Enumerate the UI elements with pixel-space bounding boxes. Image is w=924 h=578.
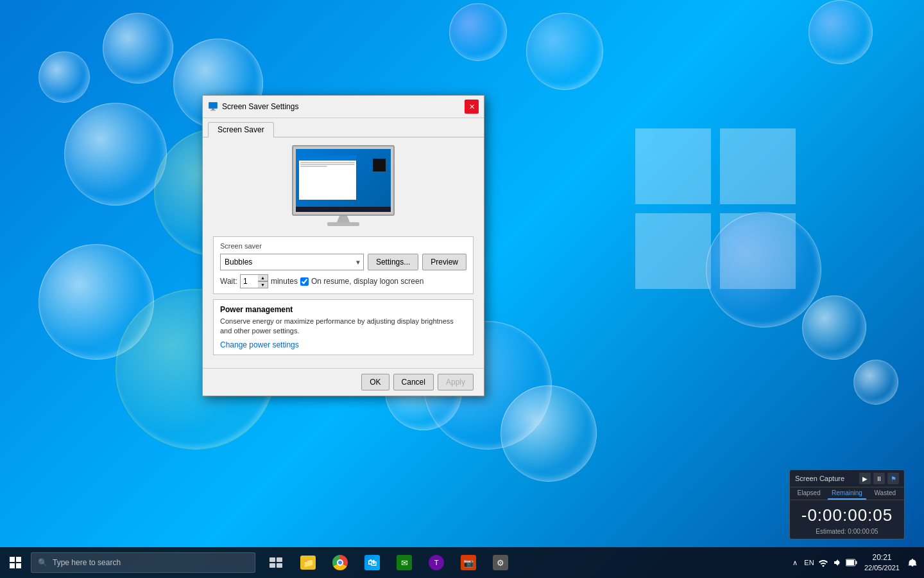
svg-rect-5	[16, 557, 21, 562]
bubble-decoration	[802, 295, 866, 360]
tray-clock[interactable]: 20:21 22/05/2021	[860, 551, 903, 574]
tray-volume-icon[interactable]	[831, 556, 844, 569]
resume-label-text: On resume, display logon screen	[311, 277, 424, 286]
monitor-mini-taskbar	[296, 207, 391, 212]
capture-tab-elapsed[interactable]: Elapsed	[790, 487, 828, 500]
notification-button[interactable]	[906, 556, 919, 569]
preview-button[interactable]: Preview	[422, 254, 466, 270]
clock-time: 20:21	[864, 552, 900, 563]
taskbar-chrome-button[interactable]	[325, 547, 355, 578]
screensaver-row: Bubbles (None) 3D Text Blank Mystify Pho…	[220, 254, 466, 270]
resume-checkbox[interactable]	[300, 277, 309, 286]
dialog-close-button[interactable]: ✕	[465, 100, 479, 114]
tray-battery-icon[interactable]	[845, 556, 858, 569]
capture-header: Screen Capture ▶ ⏸ ⚑	[790, 470, 904, 487]
power-management-section: Power management Conserve energy or maxi…	[213, 299, 474, 355]
taskbar-task-view-button[interactable]	[261, 547, 291, 578]
capture-tab-remaining[interactable]: Remaining	[828, 487, 866, 500]
svg-rect-1	[209, 103, 217, 108]
taskbar-mail-button[interactable]: ✉	[389, 547, 420, 578]
wait-input-wrap: ▲ ▼	[240, 274, 268, 288]
svg-rect-4	[10, 557, 15, 562]
store-icon: 🛍	[364, 555, 380, 570]
monitor-screen-window	[299, 155, 356, 200]
capture-title: Screen Capture	[795, 475, 844, 482]
monitor-screen-line	[300, 164, 355, 165]
monitor-screen-line	[300, 166, 327, 167]
capture-flag-button[interactable]: ⚑	[887, 473, 899, 484]
dialog-titlebar: Screen Saver Settings ✕	[203, 96, 484, 118]
taskbar: 🔍 Type here to search 📁	[0, 547, 924, 578]
capture-tab-wasted[interactable]: Wasted	[866, 487, 904, 500]
svg-rect-8	[270, 557, 275, 562]
capture-time-display: -0:00:00:05	[790, 500, 904, 528]
monitor-screen-square	[373, 159, 386, 171]
windows-start-icon	[10, 557, 21, 568]
search-placeholder-text: Type here to search	[53, 558, 121, 567]
bubble-decoration	[501, 385, 597, 482]
change-power-settings-link[interactable]: Change power settings	[220, 340, 299, 349]
tray-icons: ∧ EN	[789, 556, 858, 569]
capture-controls: ▶ ⏸ ⚑	[859, 473, 899, 484]
bubble-decoration	[809, 0, 873, 64]
clock-date: 22/05/2021	[864, 563, 900, 573]
bubble-decoration	[38, 51, 90, 103]
capture-play-button[interactable]: ▶	[859, 473, 871, 484]
taskbar-app-icons: 📁 🛍 ✉	[261, 547, 516, 578]
svg-rect-9	[277, 557, 282, 562]
bubble-decoration	[64, 103, 167, 206]
monitor-base	[327, 222, 359, 226]
mail-icon: ✉	[397, 555, 412, 570]
spinner-down-button[interactable]: ▼	[258, 281, 268, 288]
screensaver-select-wrap: Bubbles (None) 3D Text Blank Mystify Pho…	[220, 254, 364, 270]
screen-saver-dialog: Screen Saver Settings ✕ Screen Saver	[202, 95, 484, 396]
file-explorer-icon: 📁	[300, 556, 316, 570]
resume-checkbox-label[interactable]: On resume, display logon screen	[300, 277, 424, 286]
monitor-screen-line	[300, 162, 355, 163]
taskbar-settings-button[interactable]: ⚙	[485, 547, 516, 578]
tray-network-icon[interactable]	[817, 556, 830, 569]
tray-arrow-button[interactable]: ∧	[789, 556, 801, 569]
monitor-screen-body	[299, 161, 356, 200]
svg-rect-3	[210, 110, 216, 111]
spinner-up-button[interactable]: ▲	[258, 274, 268, 281]
screensaver-group: Screen saver Bubbles (None) 3D Text Blan…	[213, 236, 474, 294]
monitor-screen-titlebar	[299, 155, 356, 161]
taskbar-file-explorer-button[interactable]: 📁	[293, 547, 323, 578]
taskbar-search-bar[interactable]: 🔍 Type here to search	[31, 552, 255, 573]
capture-tabs: Elapsed Remaining Wasted	[790, 487, 904, 500]
taskbar-camera-button[interactable]: 📷	[453, 547, 484, 578]
cancel-button[interactable]: Cancel	[393, 374, 434, 390]
taskbar-store-button[interactable]: 🛍	[357, 547, 388, 578]
svg-rect-10	[270, 563, 275, 568]
dialog-body: Screen saver Bubbles (None) 3D Text Blan…	[203, 137, 484, 368]
tray-language-button[interactable]: EN	[803, 556, 816, 569]
svg-rect-7	[16, 563, 21, 568]
monitor-stand	[337, 216, 350, 222]
settings-button[interactable]: Settings...	[368, 254, 418, 270]
power-management-desc: Conserve energy or maximize performance …	[220, 317, 466, 337]
bubble-decoration	[103, 13, 173, 83]
bubble-decoration	[449, 3, 507, 61]
desktop: Screen Saver Settings ✕ Screen Saver	[0, 0, 924, 578]
apply-button[interactable]: Apply	[438, 374, 474, 390]
svg-rect-14	[855, 561, 857, 565]
taskbar-tray: ∧ EN 20:21 22/05/2021	[783, 551, 924, 574]
teams-icon: T	[429, 555, 444, 570]
screensaver-select[interactable]: Bubbles (None) 3D Text Blank Mystify Pho…	[220, 254, 364, 270]
wait-label: Wait:	[220, 277, 237, 286]
screensaver-section-label: Screen saver	[220, 242, 466, 250]
taskbar-teams-button[interactable]: T	[421, 547, 452, 578]
monitor-preview	[213, 145, 474, 229]
task-view-icon	[270, 557, 282, 568]
start-button[interactable]	[0, 547, 31, 578]
bubble-decoration	[706, 212, 821, 328]
dialog-title: Screen Saver Settings	[222, 102, 465, 111]
power-management-title: Power management	[220, 305, 466, 314]
ok-button[interactable]: OK	[361, 374, 389, 390]
tab-screen-saver[interactable]: Screen Saver	[208, 122, 274, 137]
capture-pause-button[interactable]: ⏸	[873, 473, 885, 484]
wait-spinner: ▲ ▼	[258, 274, 268, 288]
dialog-tabs: Screen Saver	[203, 118, 484, 137]
dialog-app-icon	[208, 101, 218, 112]
